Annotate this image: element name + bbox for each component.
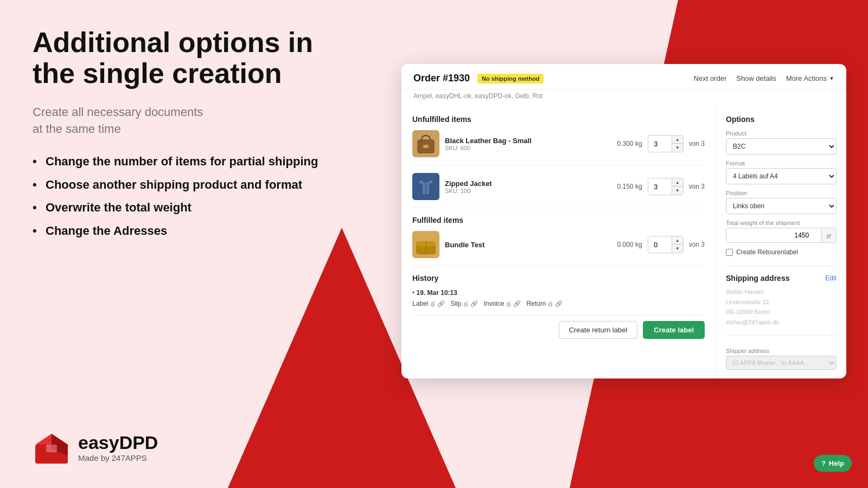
chevron-down-icon: ▼	[829, 75, 834, 81]
qty-up-bag[interactable]: ▲	[672, 136, 683, 144]
addr-line-2: Lindenstraße 12	[726, 297, 837, 307]
history-link-invoice: Invoice 🖨 🔗	[483, 300, 521, 307]
item-image-jacket	[412, 173, 439, 200]
history-return-text[interactable]: Return	[526, 300, 546, 307]
item-qty-input-bag[interactable]	[648, 136, 672, 152]
item-sku-jacket: SKU: 100	[445, 188, 599, 194]
qty-up-bundle[interactable]: ▲	[672, 236, 683, 245]
item-von-bundle: von 3	[689, 241, 705, 248]
more-actions-button[interactable]: More Actions ▼	[786, 74, 834, 82]
help-label: Help	[829, 459, 844, 467]
item-qty-control-jacket[interactable]: ▲ ▼	[648, 178, 684, 195]
bullet-item-3: Overwrite the total weight	[33, 200, 369, 216]
qty-down-bundle[interactable]: ▼	[672, 245, 683, 253]
order-tags: Ampel, easyDHL-ok, easyDPD-ok, Gelb, Rot	[401, 90, 846, 106]
shipper-select[interactable]: 10 APPS Muster... in AAAA...	[726, 356, 837, 370]
next-order-link[interactable]: Next order	[694, 74, 727, 82]
order-header-actions: Next order Show details More Actions ▼	[694, 74, 834, 82]
history-invoice-text[interactable]: Invoice	[483, 300, 504, 307]
create-return-label-button[interactable]: Create return label	[559, 321, 638, 339]
return-label-checkbox[interactable]	[726, 249, 733, 256]
logo-text-group: easyDPD Made by 247APPS	[78, 432, 158, 463]
logo-sub: Made by 247APPS	[78, 453, 158, 463]
print-icon-4[interactable]: 🖨	[547, 300, 553, 307]
weight-input[interactable]	[726, 228, 821, 242]
qty-down-jacket[interactable]: ▼	[672, 187, 683, 195]
options-title: Options	[726, 115, 837, 124]
item-qty-input-bundle[interactable]	[648, 236, 672, 253]
qty-up-jacket[interactable]: ▲	[672, 178, 683, 187]
item-von-jacket: von 3	[689, 183, 705, 190]
shipper-address-label: Shipper address	[726, 348, 837, 354]
item-von-bag: von 3	[689, 140, 705, 147]
subtitle: Create all necessary documents at the sa…	[33, 104, 369, 138]
link-icon-4[interactable]: 🔗	[555, 300, 563, 307]
history-link-label: Label 🖨 🔗	[412, 300, 445, 307]
addr-line-1: Stefan Hauser	[726, 287, 837, 297]
question-mark-icon: ?	[821, 459, 826, 467]
item-info-jacket: Zipped Jacket SKU: 100	[445, 179, 599, 194]
item-info-bag: Black Leather Bag - Small SKU: 600	[445, 137, 599, 151]
print-icon-3[interactable]: 🖨	[506, 300, 512, 307]
return-label-checkbox-row: Create Retourenlabel	[726, 248, 837, 256]
history-entry: • 19. Mar 10:13	[412, 289, 705, 297]
item-info-bundle: Bundle Test	[445, 241, 599, 249]
order-right-column: Options Product B2C Format 4 Labels auf …	[716, 106, 846, 378]
bullet-item-2: Choose another shipping product and form…	[33, 177, 369, 193]
item-qty-input-jacket[interactable]	[648, 178, 672, 195]
product-select[interactable]: B2C	[726, 138, 837, 155]
bullet-list: Change the number of items for partial s…	[33, 154, 369, 239]
order-body: Unfulfilled items Black Leather Bag - Sm…	[401, 106, 846, 378]
help-button[interactable]: ? Help	[814, 455, 852, 472]
qty-arrows-jacket: ▲ ▼	[672, 178, 683, 195]
main-title: Additional options in the single creatio…	[33, 27, 369, 89]
table-row: Black Leather Bag - Small SKU: 600 0.300…	[412, 130, 705, 165]
print-icon[interactable]: 🖨	[430, 300, 436, 307]
order-left-column: Unfulfilled items Black Leather Bag - Sm…	[401, 106, 716, 378]
bullet-item-4: Change the Adresses	[33, 223, 369, 239]
format-select[interactable]: 4 Labels auf A4	[726, 168, 837, 184]
position-select[interactable]: Links oben	[726, 198, 837, 214]
shipping-addr-header: Shipping address Edit	[726, 274, 837, 282]
history-slip-text[interactable]: Slip	[450, 300, 461, 307]
fulfilled-title: Fulfilled items	[412, 216, 705, 224]
qty-down-bag[interactable]: ▼	[672, 144, 683, 152]
product-label: Product	[726, 130, 837, 137]
create-label-button[interactable]: Create label	[643, 321, 705, 339]
unfulfilled-title: Unfulfilled items	[412, 115, 705, 124]
action-buttons: Create return label Create label	[412, 315, 705, 339]
item-name-jacket: Zipped Jacket	[445, 179, 599, 188]
history-title: History	[412, 274, 705, 282]
history-section: History • 19. Mar 10:13 Label 🖨 🔗 Slip 🖨…	[412, 274, 705, 307]
link-icon-3[interactable]: 🔗	[513, 300, 521, 307]
shipper-select-row: 10 APPS Muster... in AAAA...	[726, 356, 837, 370]
print-icon-2[interactable]: 🖨	[463, 300, 469, 307]
link-icon-1[interactable]: 🔗	[437, 300, 445, 307]
logo-name: easyDPD	[78, 432, 158, 453]
shipping-address-edit-link[interactable]: Edit	[825, 274, 837, 282]
show-details-link[interactable]: Show details	[736, 74, 776, 82]
item-qty-control-bundle[interactable]: ▲ ▼	[648, 236, 684, 253]
logo-area: easyDPD Made by 247APPS	[33, 428, 158, 466]
history-link-return: Return 🖨 🔗	[526, 300, 563, 307]
shipping-address-title: Shipping address	[726, 274, 789, 282]
history-date: 19. Mar 10:13	[417, 289, 457, 297]
weight-unit: gr	[821, 229, 836, 242]
table-row: Zipped Jacket SKU: 100 0.150 kg ▲ ▼ von …	[412, 173, 705, 208]
shipping-address-text: Stefan Hauser Lindenstraße 12 DE-10969 B…	[726, 287, 837, 328]
weight-input-row: gr	[726, 228, 837, 243]
qty-arrows-bag: ▲ ▼	[672, 136, 683, 152]
item-qty-control-bag[interactable]: ▲ ▼	[648, 135, 684, 152]
svg-rect-6	[423, 145, 429, 148]
order-panel: Order #1930 No shipping method Next orde…	[401, 64, 846, 378]
history-links: Label 🖨 🔗 Slip 🖨 🔗 Invoice 🖨 🔗	[412, 300, 705, 307]
order-header: Order #1930 No shipping method Next orde…	[401, 64, 846, 90]
position-label: Position	[726, 190, 837, 196]
link-icon-2[interactable]: 🔗	[470, 300, 478, 307]
item-weight-bag: 0.300 kg	[604, 140, 642, 147]
item-weight-bundle: 0.000 kg	[604, 241, 642, 248]
history-label-text[interactable]: Label	[412, 300, 428, 307]
shipper-address-section: Shipper address 10 APPS Muster... in AAA…	[726, 335, 837, 370]
format-label: Format	[726, 160, 837, 166]
weight-label: Total weight of the shipment	[726, 220, 837, 226]
